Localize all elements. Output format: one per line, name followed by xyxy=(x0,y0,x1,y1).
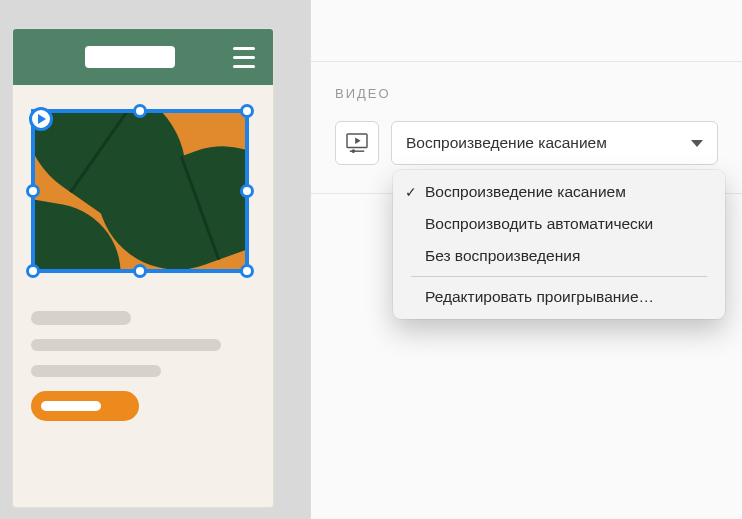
preview-title-placeholder xyxy=(85,46,175,68)
menu-item-edit-playback[interactable]: Редактировать проигрывание… xyxy=(393,281,725,313)
menu-item-touch-play[interactable]: ✓ Воспроизведение касанием xyxy=(393,176,725,208)
play-icon xyxy=(29,107,53,131)
playback-mode-dropdown[interactable]: Воспроизведение касанием xyxy=(391,121,718,165)
dropdown-selected-label: Воспроизведение касанием xyxy=(406,134,607,152)
svg-point-3 xyxy=(352,149,356,153)
menu-item-label: Воспроизведение касанием xyxy=(425,183,626,201)
preview-header xyxy=(13,29,273,85)
checkmark-icon: ✓ xyxy=(403,184,419,200)
resize-handle-top-right[interactable] xyxy=(240,104,254,118)
inspector-panel: ВИДЕО Воспроизведение касанием ✓ Воспрои… xyxy=(310,0,742,519)
resize-handle-bottom-right[interactable] xyxy=(240,264,254,278)
resize-handle-left[interactable] xyxy=(26,184,40,198)
chevron-down-icon xyxy=(691,140,703,147)
section-title: ВИДЕО xyxy=(335,86,718,101)
menu-item-label: Воспроизводить автоматически xyxy=(425,215,653,233)
video-playback-icon-button[interactable] xyxy=(335,121,379,165)
resize-handle-bottom-left[interactable] xyxy=(26,264,40,278)
menu-item-label: Редактировать проигрывание… xyxy=(425,288,654,306)
menu-item-autoplay[interactable]: Воспроизводить автоматически xyxy=(393,208,725,240)
video-thumbnail xyxy=(35,113,245,269)
resize-handle-top[interactable] xyxy=(133,104,147,118)
device-preview xyxy=(12,28,274,508)
preview-text-placeholder xyxy=(31,311,255,377)
resize-handle-bottom[interactable] xyxy=(133,264,147,278)
preview-button-placeholder xyxy=(31,391,139,421)
video-playback-icon xyxy=(346,133,368,153)
svg-marker-1 xyxy=(355,138,360,144)
inspector-section-spacer xyxy=(311,0,742,62)
menu-separator xyxy=(411,276,707,277)
menu-item-no-playback[interactable]: Без воспроизведения xyxy=(393,240,725,272)
preview-canvas[interactable] xyxy=(13,85,273,421)
menu-item-label: Без воспроизведения xyxy=(425,247,580,265)
playback-mode-menu[interactable]: ✓ Воспроизведение касанием Воспроизводит… xyxy=(393,170,725,319)
hamburger-icon xyxy=(233,47,255,68)
selected-video-element[interactable] xyxy=(31,109,249,273)
resize-handle-right[interactable] xyxy=(240,184,254,198)
